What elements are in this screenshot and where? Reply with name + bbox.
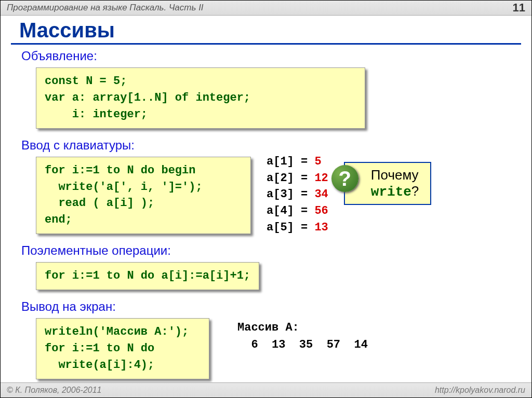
callout-line1: Почему <box>371 167 419 183</box>
code-declaration: const N = 5; var a: array[1..N] of integ… <box>36 67 365 129</box>
copyright: © К. Поляков, 2006-2011 <box>7 386 101 395</box>
slide-title: Массивы <box>19 19 531 42</box>
array-value-row: a[2] = 12 <box>267 170 328 187</box>
code-output: writeln('Массив A:'); for i:=1 to N do w… <box>36 318 209 379</box>
code-line: const N = 5; <box>45 73 356 90</box>
array-value-row: a[1] = 5 <box>267 154 328 170</box>
output-line: Массив A: <box>237 319 368 336</box>
section-input: Ввод с клавиатуры: <box>21 138 511 153</box>
slide: Программирование на языке Паскаль. Часть… <box>0 0 532 398</box>
content: Объявление: const N = 5; var a: array[1.… <box>1 49 531 385</box>
code-elementwise: for i:=1 to N do a[i]:=a[i]+1; <box>36 262 259 290</box>
page-number: 11 <box>513 1 525 15</box>
array-value-row: a[3] = 34 <box>267 186 328 203</box>
question-callout: ? Почему write? <box>344 162 431 205</box>
code-line: i: integer; <box>45 106 356 123</box>
input-row: for i:=1 to N do begin write('a[', i, ']… <box>21 155 511 240</box>
footer-bar: © К. Поляков, 2006-2011 http://kpolyakov… <box>1 382 531 397</box>
output-row: writeln('Массив A:'); for i:=1 to N do w… <box>21 316 511 385</box>
code-line: for i:=1 to N do begin <box>45 162 242 179</box>
callout-line2: write? <box>371 183 419 200</box>
code-line: for i:=1 to N do <box>45 340 201 357</box>
code-input: for i:=1 to N do begin write('a[', i, ']… <box>36 157 251 235</box>
title-rule <box>11 43 521 45</box>
code-line: var a: array[1..N] of integer; <box>45 90 356 106</box>
section-elementwise: Поэлементные операции: <box>21 243 511 258</box>
code-line: for i:=1 to N do a[i]:=a[i]+1; <box>45 268 250 284</box>
section-output: Вывод на экран: <box>21 299 511 314</box>
array-values-panel: a[1] = 5 a[2] = 12 a[3] = 34 a[4] = 56 a… <box>267 154 328 236</box>
doc-title: Программирование на языке Паскаль. Часть… <box>7 3 204 13</box>
question-mark-icon: ? <box>331 165 358 192</box>
section-declaration: Объявление: <box>21 49 511 63</box>
code-line: read ( a[i] ); <box>45 195 242 212</box>
array-value-row: a[4] = 56 <box>267 203 328 219</box>
top-bar: Программирование на языке Паскаль. Часть… <box>1 1 531 16</box>
code-line: write('a[', i, ']='); <box>45 179 242 196</box>
console-output: Массив A: 6 13 35 57 14 <box>237 319 368 353</box>
code-line: end; <box>45 212 242 228</box>
code-line: write(a[i]:4); <box>45 357 201 374</box>
output-line: 6 13 35 57 14 <box>237 336 368 353</box>
array-value-row: a[5] = 13 <box>267 219 328 236</box>
code-line: writeln('Массив A:'); <box>45 324 201 340</box>
footer-url: http://kpolyakov.narod.ru <box>435 386 525 395</box>
